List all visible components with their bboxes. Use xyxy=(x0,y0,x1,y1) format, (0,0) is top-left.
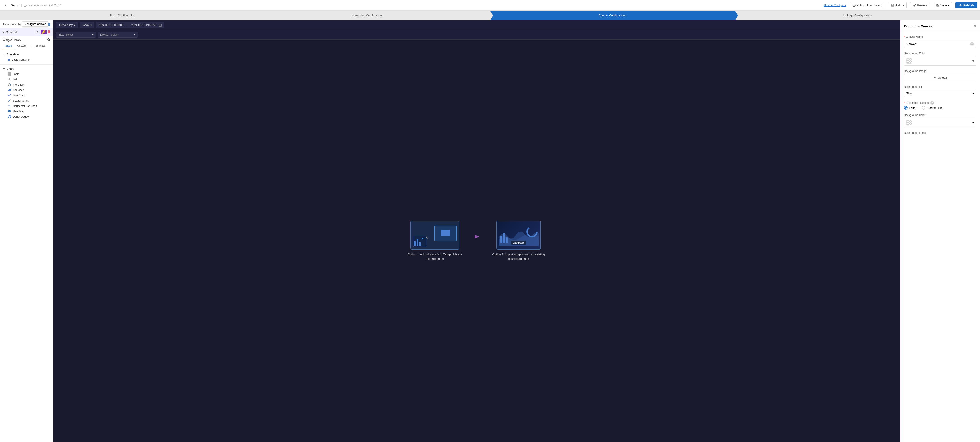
widget-item-heat-map[interactable]: Heat Map xyxy=(3,109,51,114)
svg-rect-50 xyxy=(506,237,508,243)
svg-rect-36 xyxy=(9,111,10,111)
publish-button[interactable]: Publish xyxy=(955,2,977,8)
svg-rect-14 xyxy=(8,73,11,75)
tab-custom[interactable]: Custom xyxy=(14,43,29,49)
device-select[interactable]: Device: Select xyxy=(98,32,138,38)
right-panel: Configure Canvas ✕ * Canvas Name Backgro… xyxy=(900,21,980,442)
widget-item-line-chart[interactable]: Line Chart xyxy=(3,93,51,98)
svg-rect-40 xyxy=(10,112,11,113)
svg-rect-23 xyxy=(10,89,10,91)
preview-button[interactable]: Preview xyxy=(910,2,930,8)
tab-basic[interactable]: Basic xyxy=(3,43,14,49)
date-range[interactable]: 2024-09-12 00:00:00 → 2024-09-12 19:09:5… xyxy=(96,22,164,28)
option-panel: ↖ Option 1: Add widgets from Widget Libr… xyxy=(406,221,547,261)
option-2-preview[interactable]: Dashboard xyxy=(496,221,541,250)
background-color-group: Background Color xyxy=(904,52,977,65)
widget-library-header: Widget Library xyxy=(0,36,53,43)
canvas-toolbar: Interval:Day Today 2024-09-12 00:00:00 →… xyxy=(53,21,900,30)
svg-rect-49 xyxy=(503,233,505,243)
back-button[interactable] xyxy=(3,2,9,8)
canvas-main: ↖ Option 1: Add widgets from Widget Libr… xyxy=(53,40,900,442)
step-basic[interactable]: Basic Configuration xyxy=(0,11,245,20)
background-color-select-2[interactable] xyxy=(904,118,977,127)
step-canvas[interactable]: Canvas Configuration xyxy=(490,11,735,20)
right-panel-header: Configure Canvas ✕ xyxy=(900,21,980,32)
divider xyxy=(0,64,53,65)
widget-item-bar-chart[interactable]: Bar Chart xyxy=(3,87,51,93)
svg-rect-22 xyxy=(8,90,9,91)
publish-information-button[interactable]: i Publish Information xyxy=(850,2,884,8)
option-1-card: ↖ Option 1: Add widgets from Widget Libr… xyxy=(406,221,464,261)
background-fill-label: Background Fill xyxy=(904,85,977,89)
auto-saved-status: Last Auto Saved Draft 20:07 xyxy=(24,4,61,7)
canvas-item[interactable]: ▶ Canvas1 ⊞ 🔑 🗑 xyxy=(0,29,53,36)
close-panel-button[interactable]: ✕ xyxy=(973,24,977,29)
site-device-bar: Site: Select Device: Select xyxy=(53,30,900,40)
svg-rect-39 xyxy=(9,112,10,113)
save-button[interactable]: Save ▾ xyxy=(934,2,952,8)
option-1-preview[interactable]: ↖ xyxy=(410,221,459,250)
background-effect-label: Background Effect xyxy=(904,131,977,134)
step-navigation[interactable]: Navigation Configuration xyxy=(245,11,490,20)
option-2-card: Dashboard Option 2: Import widgets from … xyxy=(490,221,547,261)
svg-rect-30 xyxy=(8,106,10,107)
background-fill-select[interactable]: Tiled xyxy=(904,90,977,97)
widget-item-donut-gauge[interactable]: Donut Gauge xyxy=(3,114,51,119)
background-color-select[interactable] xyxy=(904,56,977,65)
svg-point-41 xyxy=(9,116,10,117)
canvas-item-actions: ⊞ 🔑 🗑 xyxy=(35,30,51,34)
site-select[interactable]: Site: Select xyxy=(56,32,96,38)
canvas-name-input[interactable] xyxy=(907,42,970,46)
key-icon[interactable]: 🔑 xyxy=(41,30,47,34)
today-select[interactable]: Today xyxy=(80,22,94,28)
widget-item-basic-container[interactable]: ■ Basic Container xyxy=(3,57,51,63)
svg-text:i: i xyxy=(854,5,854,7)
top-bar-left: Demo | Last Auto Saved Draft 20:07 xyxy=(3,2,821,8)
how-to-configure-link[interactable]: How to Configure xyxy=(824,3,846,7)
widget-item-scatter-chart[interactable]: Scatter Chart xyxy=(3,98,51,103)
svg-point-26 xyxy=(9,100,10,101)
widget-group-container: ▼ Container ■ Basic Container xyxy=(0,51,53,64)
title-separator: | xyxy=(21,3,22,7)
upload-button[interactable]: Upload xyxy=(904,74,977,81)
container-group-header[interactable]: ▼ Container xyxy=(3,52,51,57)
color-swatch-2 xyxy=(907,120,912,125)
globe-icon[interactable] xyxy=(970,42,974,46)
tab-template[interactable]: Template xyxy=(32,43,48,49)
background-image-label: Background Image xyxy=(904,70,977,73)
chart-group-header[interactable]: ▼ Chart xyxy=(3,67,51,72)
svg-rect-29 xyxy=(8,105,10,106)
svg-rect-32 xyxy=(8,110,9,111)
background-color-label: Background Color xyxy=(904,52,977,55)
search-icon[interactable] xyxy=(47,38,51,41)
svg-rect-34 xyxy=(10,110,11,111)
steps-bar: Basic Configuration Navigation Configura… xyxy=(0,11,980,21)
add-canvas-icon[interactable]: ⊞ xyxy=(35,30,40,34)
dashboard-label: Dashboard xyxy=(511,241,527,245)
widget-item-table[interactable]: Table xyxy=(3,72,51,77)
svg-rect-35 xyxy=(8,111,9,111)
radio-editor[interactable]: Editor xyxy=(904,106,916,110)
svg-line-13 xyxy=(49,40,50,41)
history-button[interactable]: History xyxy=(888,2,907,8)
svg-rect-11 xyxy=(937,5,939,6)
svg-rect-24 xyxy=(10,89,11,91)
svg-point-25 xyxy=(8,101,9,102)
widget-item-list[interactable]: List xyxy=(3,77,51,82)
color-swatch xyxy=(907,58,912,64)
svg-rect-48 xyxy=(500,236,502,243)
background-effect-group: Background Effect xyxy=(904,131,977,134)
widget-item-horizontal-bar-chart[interactable]: Horizontal Bar Chart xyxy=(3,103,51,109)
top-bar: Demo | Last Auto Saved Draft 20:07 How t… xyxy=(0,0,980,11)
help-icon[interactable]: ? xyxy=(931,101,934,105)
radio-group: Editor External Link xyxy=(904,106,977,110)
radio-external-link[interactable]: External Link xyxy=(922,106,943,110)
canvas-name-label: * Canvas Name xyxy=(904,35,977,38)
arrow-connector: ▶ xyxy=(475,234,479,239)
delete-canvas-icon[interactable]: 🗑 xyxy=(48,30,51,34)
background-color-label-2: Background Color xyxy=(904,114,977,117)
top-bar-right: How to Configure i Publish Information H… xyxy=(824,2,977,8)
step-linkage[interactable]: Linkage Configuration xyxy=(735,11,980,20)
interval-select[interactable]: Interval:Day xyxy=(56,22,78,28)
widget-item-pie-chart[interactable]: Pie Chart xyxy=(3,82,51,87)
